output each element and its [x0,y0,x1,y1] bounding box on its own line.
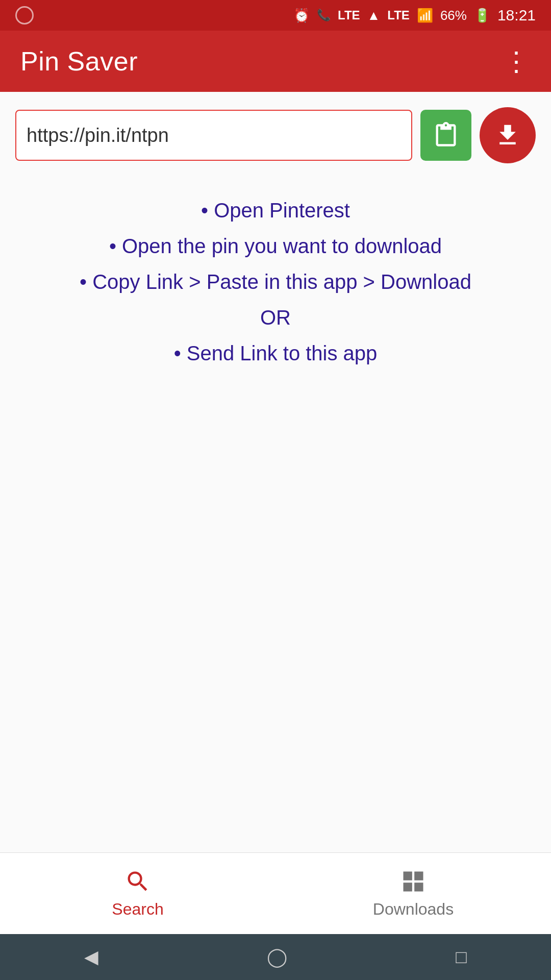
battery-percent: 66% [440,8,467,23]
download-button[interactable] [480,107,536,163]
more-vert-icon[interactable]: ⋮ [503,46,531,77]
instruction-line-1: • Open Pinterest [15,194,536,227]
status-left [15,6,34,24]
back-button[interactable]: ◀ [84,946,98,968]
status-circle-icon [15,6,34,24]
wifi-icon: ▲ [367,8,381,23]
search-tab-label: Search [112,900,163,919]
signal-icon: 📶 [417,8,433,23]
instruction-line-5: • Send Link to this app [15,337,536,370]
url-input[interactable] [27,125,401,146]
url-input-row [15,107,536,163]
bottom-nav: Search Downloads [0,852,551,934]
app-title: Pin Saver [20,46,138,77]
search-icon [124,868,151,895]
lte-label: LTE [338,8,360,22]
grid-icon [400,868,427,895]
url-input-container[interactable] [15,110,412,161]
battery-icon: 🔋 [474,8,490,23]
lte2-label: LTE [387,8,410,22]
status-bar: ⏰ 📞 LTE ▲ LTE 📶 66% 🔋 18:21 [0,0,551,31]
main-content: • Open Pinterest • Open the pin you want… [0,92,551,852]
download-icon [494,121,521,149]
time-display: 18:21 [497,7,536,24]
status-right: ⏰ 📞 LTE ▲ LTE 📶 66% 🔋 18:21 [293,7,536,24]
instruction-line-3: • Copy Link > Paste in this app > Downlo… [15,265,536,298]
downloads-tab-label: Downloads [373,900,454,919]
nav-search[interactable]: Search [0,853,276,934]
instruction-line-2: • Open the pin you want to download [15,230,536,262]
alarm-icon: ⏰ [293,8,310,23]
instruction-line-4: OR [15,301,536,334]
system-nav-bar: ◀ ◯ □ [0,934,551,980]
home-button[interactable]: ◯ [267,946,287,968]
clipboard-button[interactable] [420,110,471,161]
nav-downloads[interactable]: Downloads [276,853,551,934]
recents-button[interactable]: □ [456,946,467,968]
content-spacer [15,383,536,852]
app-bar: Pin Saver ⋮ [0,31,551,92]
call-icon: 📞 [317,9,331,22]
clipboard-icon [433,122,459,149]
instructions-block: • Open Pinterest • Open the pin you want… [15,184,536,383]
